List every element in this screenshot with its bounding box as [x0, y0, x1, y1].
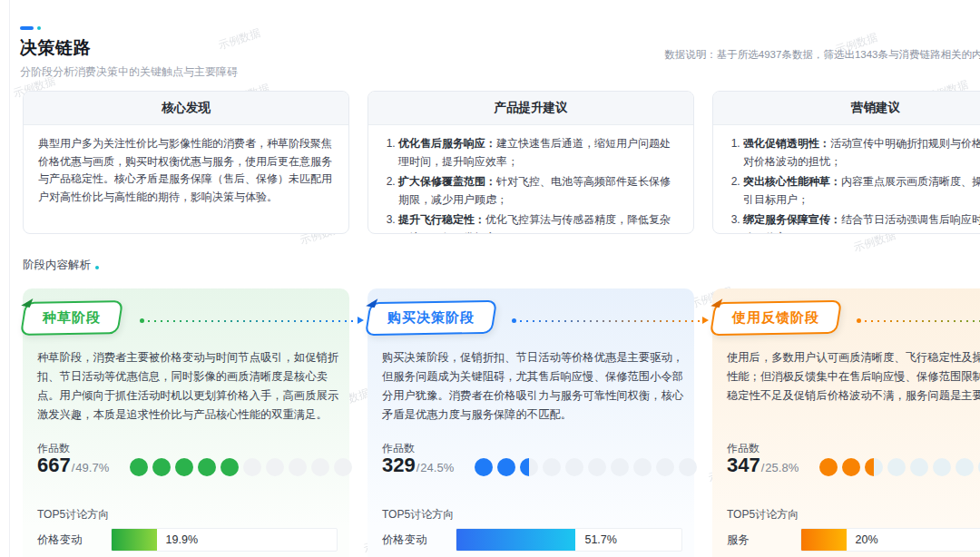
flow-start-dot-icon — [140, 318, 144, 323]
stage-badge: 购买决策阶段 — [365, 300, 497, 336]
works-count-row: 329/24.5% — [382, 454, 454, 477]
works-separator: / — [416, 461, 420, 474]
progress-dot — [887, 458, 906, 476]
works-percent: 49.7% — [75, 461, 109, 474]
progress-dot — [933, 458, 951, 476]
summary-cards-row: 核心发现 典型用户多为关注性价比与影像性能的消费者，种草阶段聚焦价格优惠与画质，… — [23, 91, 980, 234]
topic-label: 价格变动 — [37, 533, 111, 548]
topic-bar-fill — [112, 529, 157, 551]
topic-bar-fill — [456, 529, 575, 551]
list-item: 绑定服务保障宣传：结合节日活动强调售后响应时效与保修范 购买信心。 — [743, 211, 980, 234]
stage-badge: 种草阶段 — [20, 300, 123, 336]
card-title: 核心发现 — [24, 92, 348, 125]
flow-dotted-line — [520, 320, 701, 322]
page-subtitle: 分阶段分析消费决策中的关键触点与主要障碍 — [20, 64, 238, 80]
item-lead: 优化售后服务响应： — [398, 137, 496, 150]
stage-name: 购买决策阶段 — [387, 309, 475, 327]
progress-dots — [819, 458, 980, 476]
card-core-findings: 核心发现 典型用户多为关注性价比与影像性能的消费者，种草阶段聚焦价格优惠与画质，… — [23, 91, 349, 234]
decision-chain-page: 示例数据示例数据示例数据示例数据示例数据示例数据示例数据示例数据示例数据示例数据… — [0, 0, 980, 557]
works-count-row: 667/49.7% — [37, 454, 109, 477]
suggestion-list: 优化售后服务响应：建立快速售后通道，缩短用户问题处理时间，提升响应效率； 扩大保… — [383, 135, 679, 234]
page-header: 决策链路 分阶段分析消费决策中的关键触点与主要障碍 — [20, 25, 238, 80]
topic-bar-row: 价格变动 19.9% — [37, 528, 338, 552]
flow-arrow-icon — [358, 317, 364, 324]
stage-description: 使用后，多数用户认可画质清晰度、飞行稳定性及操作简便性等 性能；但消极反馈集中在… — [727, 348, 980, 406]
top5-label: TOP5讨论方向 — [727, 507, 799, 523]
topic-bar-fill — [801, 529, 847, 551]
topic-bar-row: 价格变动 51.7% — [382, 528, 682, 552]
progress-dot — [611, 458, 629, 476]
flow-start-dot-icon — [857, 318, 861, 323]
topic-bar-track: 51.7% — [456, 528, 682, 552]
works-count: 667 — [37, 454, 71, 477]
progress-dot — [311, 458, 329, 476]
topic-bar-value: 51.7% — [584, 533, 616, 546]
card-body: 强化促销透明性：活动宣传中明确折扣规则与价格保护政策， 对价格波动的担忧； 突出… — [713, 125, 980, 234]
progress-dot — [152, 458, 171, 476]
progress-dot — [679, 458, 697, 476]
works-separator: / — [761, 461, 765, 474]
topic-label: 价格变动 — [382, 533, 456, 548]
list-item: 提升飞行稳定性：优化飞控算法与传感器精度，降低复杂环境下飞行异常概率。 — [398, 211, 679, 234]
item-lead: 强化促销透明性： — [743, 137, 830, 150]
item-lead: 绑定服务保障宣传： — [743, 213, 841, 226]
topic-bar-track: 19.9% — [111, 528, 338, 552]
works-percent: 24.5% — [420, 461, 454, 474]
core-findings-text: 典型用户多为关注性价比与影像性能的消费者，种草阶段聚焦价格优惠与画质，购买时权衡… — [38, 135, 334, 206]
topic-bar-row: 服务 20% — [727, 528, 980, 552]
progress-dot — [842, 458, 860, 476]
dot-icon — [37, 26, 41, 30]
flow-start-dot-icon — [512, 318, 516, 323]
topic-label: 服务 — [727, 533, 800, 548]
progress-dot — [334, 458, 352, 476]
card-marketing-suggestions: 营销建议 强化促销透明性：活动宣传中明确折扣规则与价格保护政策， 对价格波动的担… — [712, 91, 980, 234]
top5-label: TOP5讨论方向 — [37, 507, 109, 523]
progress-dot — [175, 458, 193, 476]
container-edge-divider — [9, 0, 10, 557]
progress-dot — [475, 458, 493, 476]
stage-card-usage-feedback: 使用反馈阶段 使用后，多数用户认可画质清晰度、飞行稳定性及操作简便性等 性能；但… — [712, 288, 980, 557]
progress-dot — [289, 458, 307, 476]
progress-dot — [656, 458, 674, 476]
stage-name: 种草阶段 — [43, 309, 101, 327]
works-separator: / — [72, 461, 75, 474]
progress-dot — [243, 458, 261, 476]
item-lead: 提升飞行稳定性： — [398, 213, 485, 226]
item-lead: 扩大保修覆盖范围： — [398, 175, 496, 188]
topic-bar-value: 19.9% — [166, 533, 198, 546]
flow-dotted-line — [148, 320, 357, 322]
works-count-row: 347/25.8% — [727, 454, 799, 477]
title-accent-icon — [20, 25, 238, 31]
stage-card-purchase-decision: 购买决策阶段 购买决策阶段，促销折扣、节日活动等价格优惠是主要驱动，但服务问题成… — [368, 288, 694, 557]
works-count: 329 — [382, 454, 416, 477]
card-body: 优化售后服务响应：建立快速售后通道，缩短用户问题处理时间，提升响应效率； 扩大保… — [368, 125, 693, 234]
list-item: 突出核心性能种草：内容重点展示画质清晰度、操作简便性等 引目标用户； — [743, 173, 980, 209]
progress-dot — [266, 458, 284, 476]
card-title: 营销建议 — [713, 92, 980, 125]
list-item: 强化促销透明性：活动宣传中明确折扣规则与价格保护政策， 对价格波动的担忧； — [743, 135, 980, 171]
progress-dots — [475, 458, 697, 476]
stage-badge: 使用反馈阶段 — [710, 300, 842, 336]
dash-icon — [20, 26, 34, 30]
progress-dots — [130, 458, 352, 476]
topic-bar-track: 20% — [800, 528, 980, 552]
card-product-suggestions: 产品提升建议 优化售后服务响应：建立快速售后通道，缩短用户问题处理时间，提升响应… — [368, 91, 694, 234]
card-title: 产品提升建议 — [368, 92, 693, 125]
topic-bar-value: 20% — [856, 533, 878, 546]
progress-dot — [819, 458, 838, 476]
item-lead: 突出核心性能种草： — [743, 175, 841, 188]
progress-dot — [910, 458, 928, 476]
section-label-text: 阶段内容解析 — [23, 258, 91, 273]
suggestion-list: 强化促销透明性：活动宣传中明确折扣规则与价格保护政策， 对价格波动的担忧； 突出… — [728, 135, 980, 234]
progress-dot — [198, 458, 216, 476]
works-count: 347 — [727, 454, 760, 477]
progress-dot — [633, 458, 652, 476]
progress-dot — [543, 458, 561, 476]
progress-dot — [865, 458, 883, 476]
progress-dot — [956, 458, 974, 476]
progress-dot — [588, 458, 606, 476]
stage-name: 使用反馈阶段 — [732, 309, 819, 327]
progress-dot — [520, 458, 538, 476]
progress-dot — [565, 458, 583, 476]
